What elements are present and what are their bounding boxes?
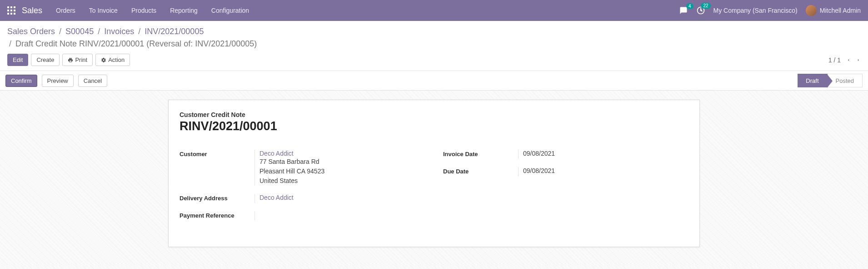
crumb-sales-orders[interactable]: Sales Orders [7, 27, 55, 36]
nav-menu: Orders To Invoice Products Reporting Con… [56, 7, 249, 14]
form-right-col: Invoice Date 09/08/2021 Due Date 09/08/2… [443, 150, 688, 228]
pager-next[interactable] [856, 57, 861, 63]
main-navbar: Sales Orders To Invoice Products Reporti… [0, 0, 868, 21]
preview-button[interactable]: Preview [42, 75, 74, 87]
app-title[interactable]: Sales [22, 6, 42, 15]
user-menu[interactable]: Mitchell Admin [806, 5, 861, 16]
action-label: Action [108, 56, 125, 63]
activities-badge: 22 [701, 3, 710, 9]
doc-title: RINV/2021/00001 [180, 119, 688, 133]
delivery-address-label: Delivery Address [180, 194, 254, 202]
doc-type-label: Customer Credit Note [180, 111, 688, 118]
crumb-inv-2021-00005[interactable]: INV/2021/00005 [145, 27, 204, 36]
svg-rect-4 [10, 10, 12, 11]
activities-icon[interactable]: 22 [696, 6, 705, 15]
edit-button[interactable]: Edit [7, 54, 28, 66]
toolbar: Edit Create Print Action 1 / 1 [7, 54, 861, 71]
crumb-invoices[interactable]: Invoices [104, 27, 134, 36]
breadcrumb-sep: / [9, 39, 11, 48]
crumb-s00045[interactable]: S00045 [65, 27, 94, 36]
customer-value: Deco Addict 77 Santa Barbara Rd Pleasant… [254, 150, 425, 186]
print-icon [68, 57, 73, 63]
due-date-label: Due Date [443, 167, 518, 175]
print-label: Print [75, 56, 87, 63]
breadcrumb-sep: / [138, 27, 140, 36]
messages-badge: 4 [686, 3, 693, 9]
avatar [806, 5, 817, 16]
payment-reference-value [254, 211, 425, 220]
payment-reference-label: Payment Reference [180, 211, 254, 219]
statusbar: Confirm Preview Cancel Draft Posted [0, 71, 868, 91]
svg-rect-5 [14, 10, 15, 11]
invoice-date-label: Invoice Date [443, 150, 518, 157]
menu-products[interactable]: Products [131, 7, 156, 14]
menu-to-invoice[interactable]: To Invoice [89, 7, 118, 14]
svg-rect-7 [10, 13, 12, 15]
confirm-button[interactable]: Confirm [5, 75, 37, 87]
invoice-date-value: 09/08/2021 [518, 150, 688, 159]
create-button[interactable]: Create [31, 54, 60, 66]
pager: 1 / 1 [828, 56, 861, 64]
action-button[interactable]: Action [95, 54, 130, 66]
customer-link[interactable]: Deco Addict [259, 150, 294, 157]
svg-rect-6 [7, 13, 9, 15]
customer-addr2: Pleasant Hill CA 94523 [259, 167, 425, 176]
status-step-draft[interactable]: Draft [798, 74, 827, 87]
form-sheet: Customer Credit Note RINV/2021/00001 Cus… [168, 100, 700, 247]
breadcrumb-sep: / [59, 27, 61, 36]
cancel-button[interactable]: Cancel [78, 75, 107, 87]
breadcrumb: Sales Orders / S00045 / Invoices / INV/2… [7, 25, 861, 50]
pager-text: 1 / 1 [828, 56, 841, 64]
pager-current: 1 [828, 56, 832, 64]
menu-reporting[interactable]: Reporting [170, 7, 198, 14]
svg-rect-1 [10, 6, 12, 8]
pager-total: 1 [837, 56, 841, 64]
status-step-posted[interactable]: Posted [828, 74, 863, 87]
customer-addr1: 77 Santa Barbara Rd [259, 157, 425, 167]
status-steps: Draft Posted [798, 74, 863, 87]
svg-rect-2 [14, 6, 15, 8]
apps-icon[interactable] [7, 6, 15, 15]
control-panel: Sales Orders / S00045 / Invoices / INV/2… [0, 21, 868, 71]
svg-rect-8 [14, 13, 15, 15]
messages-icon[interactable]: 4 [679, 6, 688, 15]
gear-icon [101, 57, 106, 63]
crumb-current: Draft Credit Note RINV/2021/00001 (Rever… [15, 39, 257, 48]
svg-rect-3 [7, 10, 9, 11]
delivery-address-value: Deco Addict [254, 194, 425, 203]
pager-prev[interactable] [846, 57, 851, 63]
svg-rect-0 [7, 6, 9, 8]
menu-orders[interactable]: Orders [56, 7, 75, 14]
form-area: Customer Credit Note RINV/2021/00001 Cus… [0, 91, 868, 265]
customer-label: Customer [180, 150, 254, 157]
breadcrumb-sep: / [98, 27, 100, 36]
due-date-value: 09/08/2021 [518, 167, 688, 176]
customer-country: United States [259, 176, 425, 186]
form-left-col: Customer Deco Addict 77 Santa Barbara Rd… [180, 150, 425, 228]
menu-configuration[interactable]: Configuration [211, 7, 249, 14]
user-name: Mitchell Admin [820, 7, 861, 14]
print-button[interactable]: Print [62, 54, 93, 66]
delivery-link[interactable]: Deco Addict [259, 194, 294, 201]
company-switcher[interactable]: My Company (San Francisco) [713, 7, 798, 14]
